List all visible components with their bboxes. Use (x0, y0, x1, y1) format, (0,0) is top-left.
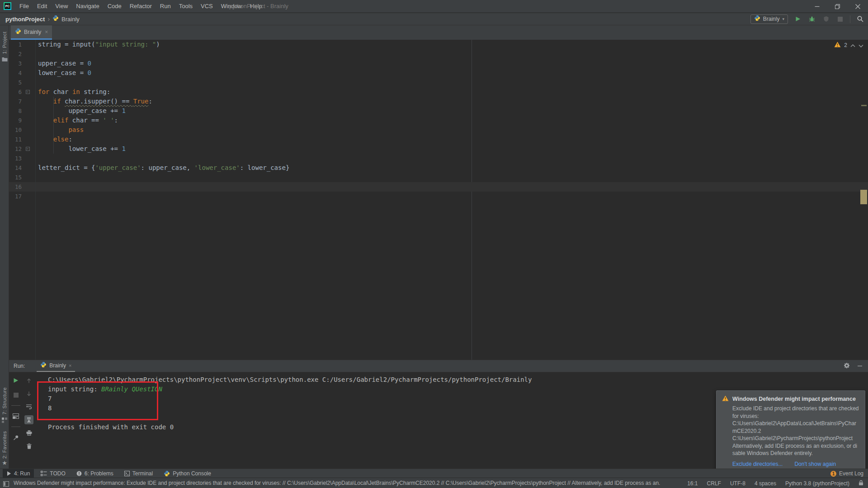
gutter-separator (35, 40, 36, 360)
soft-wrap-icon[interactable] (24, 402, 33, 411)
line-number[interactable]: 17 (9, 193, 22, 200)
line-separator[interactable]: CRLF (707, 480, 721, 487)
menu-view[interactable]: View (51, 0, 72, 13)
event-log-label: Event Log (839, 470, 863, 477)
editor-line: 3upper_case = 0 (9, 59, 868, 68)
line-number[interactable]: 3 (9, 60, 22, 67)
code-text: lower_case += 1 (35, 144, 126, 154)
prev-warning-icon[interactable] (850, 41, 855, 49)
fold-marker-icon[interactable]: − (26, 90, 30, 94)
line-number[interactable]: 8 (9, 108, 22, 114)
dont-show-again-link[interactable]: Don't show again (794, 461, 836, 467)
line-number[interactable]: 4 (9, 70, 22, 76)
line-number[interactable]: 6 (9, 89, 22, 95)
breadcrumb-project[interactable]: pythonProject (5, 16, 45, 23)
editor-gutter: 9 (9, 116, 35, 125)
run-tab-brainly[interactable]: Brainly × (37, 360, 75, 372)
print-icon[interactable] (24, 428, 33, 437)
code-editor[interactable]: 1string = input("input string: ")23upper… (9, 40, 868, 360)
file-encoding[interactable]: UTF-8 (730, 480, 745, 487)
tab-brainly[interactable]: Brainly × (11, 25, 52, 40)
line-number[interactable]: 5 (9, 79, 22, 86)
navigation-bar: pythonProject › Brainly Brainly ▾ (0, 13, 868, 25)
line-number[interactable]: 7 (9, 98, 22, 105)
menu-edit[interactable]: Edit (33, 0, 51, 13)
toolbar-separator (11, 427, 20, 427)
hide-panel-icon[interactable] (857, 362, 863, 371)
menu-run[interactable]: Run (156, 0, 175, 13)
pin-tab-icon[interactable] (11, 433, 20, 442)
code-text: else: (35, 135, 72, 144)
run-icon[interactable] (794, 15, 802, 23)
line-number[interactable]: 9 (9, 117, 22, 124)
indent-style[interactable]: 4 spaces (755, 480, 776, 487)
warning-icon (722, 395, 729, 403)
editor-gutter: 12− (9, 144, 35, 154)
close-tab-icon[interactable]: × (69, 363, 71, 368)
toolwindow-button-todo[interactable]: TODO (37, 469, 69, 478)
clear-all-icon[interactable] (24, 441, 33, 450)
event-log-button[interactable]: 1 Event Log (830, 469, 863, 478)
editor-gutter: 17 (9, 192, 35, 201)
line-number[interactable]: 16 (9, 183, 22, 190)
scroll-to-end-icon[interactable] (24, 415, 33, 424)
editor-lines: 1string = input("input string: ")23upper… (9, 40, 868, 201)
toolwindow-button-python-console[interactable]: Python Console (160, 469, 215, 478)
line-number[interactable]: 2 (9, 51, 22, 57)
toolwindow-button-label: TODO (50, 470, 65, 477)
sidebar-item-project[interactable]: 1: Project (2, 32, 8, 64)
line-number[interactable]: 10 (9, 127, 22, 133)
line-number[interactable]: 1 (9, 41, 22, 48)
debug-icon[interactable] (808, 15, 816, 23)
close-button[interactable] (848, 0, 868, 13)
exclude-directories-link[interactable]: Exclude directories... (732, 461, 783, 467)
line-number[interactable]: 11 (9, 136, 22, 143)
python-interpreter[interactable]: Python 3.8 (pythonProject) (785, 480, 849, 487)
toolwindow-button-4-run[interactable]: 4: Run (3, 469, 34, 478)
menu-refactor[interactable]: Refactor (126, 0, 156, 13)
caret-position[interactable]: 16:1 (687, 480, 698, 487)
menu-file[interactable]: File (15, 0, 33, 13)
line-number[interactable]: 12 (9, 145, 22, 152)
menu-code[interactable]: Code (104, 0, 126, 13)
editor-line: 17 (9, 192, 868, 201)
warning-icon (834, 41, 841, 49)
minimize-button[interactable] (807, 0, 827, 13)
lock-icon[interactable] (859, 479, 863, 488)
line-number[interactable]: 15 (9, 174, 22, 181)
restore-layout-icon[interactable] (11, 412, 20, 421)
editor-line: 10 pass (9, 125, 868, 135)
toolwindow-button-6-problems[interactable]: 6: Problems (72, 469, 118, 478)
python-icon (754, 15, 760, 23)
editor-line: 12− lower_case += 1 (9, 144, 868, 154)
editor-gutter: 15 (9, 173, 35, 182)
editor-gutter: 1 (9, 40, 35, 49)
restore-button[interactable] (827, 0, 848, 13)
menu-tools[interactable]: Tools (175, 0, 197, 13)
toolwindow-toggle-icon[interactable] (3, 480, 9, 488)
star-icon: ★ (2, 460, 7, 466)
settings-gear-icon[interactable] (844, 362, 850, 371)
editor-line: 5 (9, 78, 868, 87)
sidebar-item-favorites[interactable]: 2: Favorites ★ (2, 431, 7, 466)
error-stripe-caret-mark[interactable] (860, 190, 867, 204)
python-file-icon (40, 361, 47, 370)
editor-line: 1string = input("input string: ") (9, 40, 868, 49)
breadcrumb-file[interactable]: Brainly (61, 16, 80, 23)
toolwindow-button-terminal[interactable]: Terminal (120, 469, 157, 478)
search-everywhere-icon[interactable] (856, 15, 864, 23)
fold-marker-icon[interactable]: − (26, 147, 30, 151)
status-message[interactable]: Windows Defender might impact performanc… (14, 478, 660, 488)
rerun-icon[interactable] (11, 376, 20, 385)
sidebar-item-structure[interactable]: 7: Structure (2, 387, 7, 424)
next-warning-icon[interactable] (859, 41, 863, 49)
close-tab-icon[interactable]: × (45, 29, 48, 35)
run-configuration-select[interactable]: Brainly ▾ (750, 14, 788, 24)
menu-vcs[interactable]: VCS (197, 0, 217, 13)
menu-navigate[interactable]: Navigate (72, 0, 103, 13)
error-stripe-warning-mark[interactable] (861, 105, 867, 106)
notification-body-line: C:\Users\Gabriel2\AppData\Local\JetBrain… (732, 420, 859, 435)
line-number[interactable]: 13 (9, 155, 22, 162)
stop-icon (11, 390, 20, 399)
line-number[interactable]: 14 (9, 164, 22, 171)
